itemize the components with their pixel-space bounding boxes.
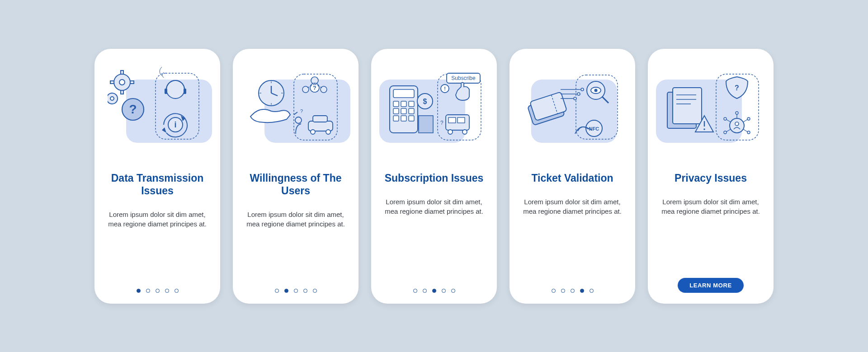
user-network-icon <box>724 112 750 134</box>
svg-point-60 <box>462 130 467 134</box>
svg-line-93 <box>743 129 748 132</box>
dot[interactable] <box>165 289 169 293</box>
pagination-dots <box>275 289 317 293</box>
svg-rect-46 <box>409 108 414 114</box>
svg-rect-45 <box>401 108 406 114</box>
svg-rect-42 <box>401 101 406 107</box>
svg-point-67 <box>581 88 584 91</box>
card-title: Subscription Issues <box>382 172 486 184</box>
svg-text:!: ! <box>444 86 446 91</box>
dot[interactable] <box>175 289 179 293</box>
svg-rect-13 <box>184 89 186 94</box>
gear-icon <box>110 70 134 94</box>
svg-text:NFC: NFC <box>589 126 599 131</box>
dot[interactable] <box>451 289 455 293</box>
dot[interactable] <box>423 289 427 293</box>
nfc-icon: NFC <box>575 120 602 136</box>
dot[interactable] <box>571 289 575 293</box>
svg-line-95 <box>726 129 731 132</box>
dot[interactable] <box>275 289 279 293</box>
svg-point-35 <box>326 130 330 134</box>
illustration-ticket-validation: NFC <box>518 61 627 152</box>
dot[interactable] <box>580 289 584 293</box>
onboarding-card-privacy: ? Privacy Issues Lorem ipsum dolor sit d… <box>648 49 774 304</box>
dot[interactable] <box>590 289 594 293</box>
svg-point-8 <box>110 97 114 100</box>
svg-text:?: ? <box>440 120 443 126</box>
illustration-data-transmission: ? i <box>103 61 212 152</box>
dot[interactable] <box>432 289 436 293</box>
pagination-dots <box>413 289 455 293</box>
eye-magnifier-icon <box>587 81 609 103</box>
dot[interactable] <box>294 289 298 293</box>
svg-point-88 <box>735 122 739 126</box>
learn-more-button[interactable]: LEARN MORE <box>678 278 743 293</box>
pagination-dots <box>552 289 594 293</box>
gear-small-icon <box>108 93 118 104</box>
svg-line-97 <box>726 119 731 122</box>
dot[interactable] <box>313 289 317 293</box>
onboarding-card-subscription: $ Subscribe ! ? Su <box>371 49 497 304</box>
svg-text:$: $ <box>423 98 427 105</box>
svg-text:?: ? <box>129 102 137 116</box>
svg-text:Subscribe: Subscribe <box>451 75 476 81</box>
svg-point-74 <box>594 89 598 92</box>
card-body: Lorem ipsum dolor sit dim amet, mea regi… <box>379 197 489 216</box>
dot[interactable] <box>156 289 160 293</box>
dot[interactable] <box>303 289 307 293</box>
tickets-icon <box>526 92 568 125</box>
svg-line-91 <box>743 119 748 122</box>
svg-rect-4 <box>121 90 123 94</box>
svg-rect-58 <box>458 117 465 123</box>
card-title: Privacy Issues <box>672 172 750 184</box>
svg-text:?: ? <box>313 85 316 91</box>
svg-rect-3 <box>121 70 123 74</box>
svg-rect-33 <box>313 116 327 122</box>
users-question-icon: ? <box>302 77 327 93</box>
svg-point-59 <box>448 130 453 134</box>
card-body: Lorem ipsum dolor sit dim amet, mea regi… <box>241 210 350 229</box>
dot[interactable] <box>146 289 150 293</box>
calculator-icon <box>390 86 418 133</box>
pagination-dots <box>137 289 179 293</box>
svg-point-92 <box>747 117 750 120</box>
svg-rect-5 <box>110 81 114 84</box>
svg-text:?: ? <box>300 108 303 114</box>
dot[interactable] <box>284 289 288 293</box>
dot[interactable] <box>442 289 446 293</box>
bar-icon <box>419 116 433 133</box>
card-body: Lorem ipsum dolor sit dim amet, mea regi… <box>103 210 212 229</box>
svg-rect-12 <box>165 89 167 94</box>
card-title: Data Transmission Issues <box>103 172 212 197</box>
illustration-subscription: $ Subscribe ! ? <box>379 61 489 152</box>
svg-point-36 <box>295 117 302 123</box>
coin-icon: $ <box>417 94 433 109</box>
illustration-privacy: ? <box>656 61 765 152</box>
dot[interactable] <box>561 289 565 293</box>
svg-point-98 <box>724 117 726 120</box>
svg-point-69 <box>577 93 580 95</box>
dot[interactable] <box>137 289 141 293</box>
card-title: Willingness of The Users <box>241 172 350 197</box>
svg-rect-57 <box>448 117 456 123</box>
svg-point-94 <box>747 131 750 134</box>
svg-point-71 <box>574 97 576 100</box>
circuit-icon <box>561 88 584 100</box>
svg-rect-80 <box>673 88 702 124</box>
info-refresh-icon: i <box>162 113 187 137</box>
card-body: Lorem ipsum dolor sit dim amet, mea regi… <box>656 197 765 216</box>
question-icon: ? <box>122 99 144 120</box>
hand-clock-icon <box>250 80 290 122</box>
svg-rect-41 <box>393 101 399 107</box>
svg-rect-6 <box>130 81 134 84</box>
headset-icon <box>160 67 186 99</box>
documents-icon <box>667 88 702 128</box>
svg-point-96 <box>724 131 726 134</box>
dot[interactable] <box>552 289 556 293</box>
svg-line-75 <box>602 97 609 103</box>
onboarding-card-ticket-validation: NFC Ticket Validation Lorem ipsum dolor … <box>509 49 635 304</box>
svg-rect-43 <box>409 101 414 107</box>
dot[interactable] <box>413 289 417 293</box>
card-title: Ticket Validation <box>528 172 616 184</box>
person-car-icon: ? <box>294 108 333 134</box>
